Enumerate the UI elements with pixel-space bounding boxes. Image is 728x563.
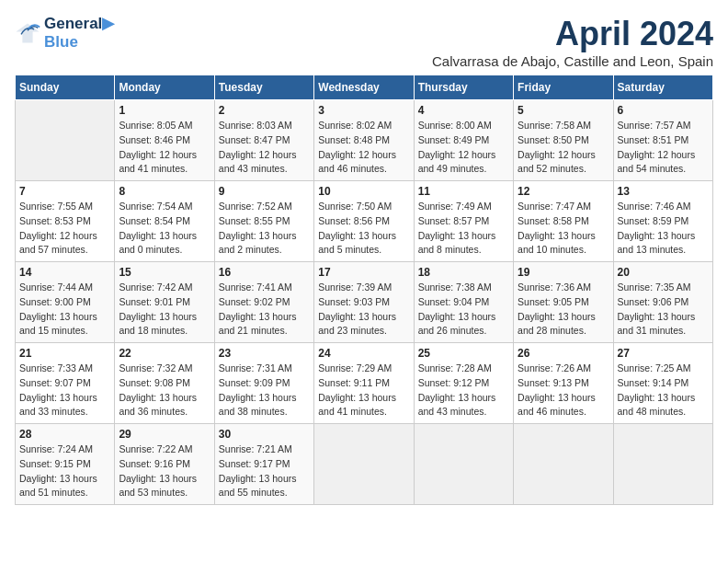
day-number: 25 [418,347,509,360]
logo: General▶ Blue [15,15,114,52]
calendar-day-cell: 2Sunrise: 8:03 AM Sunset: 8:47 PM Daylig… [214,100,313,181]
calendar-week-row: 7Sunrise: 7:55 AM Sunset: 8:53 PM Daylig… [16,181,713,262]
day-number: 16 [219,266,310,279]
day-number: 9 [219,185,310,198]
calendar-day-cell: 21Sunrise: 7:33 AM Sunset: 9:07 PM Dayli… [16,343,115,424]
calendar-day-cell: 20Sunrise: 7:35 AM Sunset: 9:06 PM Dayli… [613,262,712,343]
day-info: Sunrise: 7:26 AM Sunset: 9:13 PM Dayligh… [518,362,609,419]
calendar-day-cell: 4Sunrise: 8:00 AM Sunset: 8:49 PM Daylig… [414,100,513,181]
calendar-day-cell: 27Sunrise: 7:25 AM Sunset: 9:14 PM Dayli… [613,343,712,424]
day-number: 18 [418,266,509,279]
day-info: Sunrise: 7:36 AM Sunset: 9:05 PM Dayligh… [518,281,609,339]
calendar-day-cell: 16Sunrise: 7:41 AM Sunset: 9:02 PM Dayli… [214,262,313,343]
calendar-week-row: 14Sunrise: 7:44 AM Sunset: 9:00 PM Dayli… [16,262,713,343]
calendar-day-cell: 9Sunrise: 7:52 AM Sunset: 8:55 PM Daylig… [214,181,313,262]
calendar-table: SundayMondayTuesdayWednesdayThursdayFrid… [15,75,713,505]
day-info: Sunrise: 7:21 AM Sunset: 9:17 PM Dayligh… [219,442,310,500]
calendar-week-row: 21Sunrise: 7:33 AM Sunset: 9:07 PM Dayli… [16,343,713,424]
calendar-day-cell [414,424,513,505]
calendar-day-cell: 29Sunrise: 7:22 AM Sunset: 9:16 PM Dayli… [115,424,214,505]
day-info: Sunrise: 8:03 AM Sunset: 8:47 PM Dayligh… [219,119,310,177]
day-info: Sunrise: 8:05 AM Sunset: 8:46 PM Dayligh… [119,119,210,177]
day-number: 4 [418,104,509,117]
day-info: Sunrise: 7:46 AM Sunset: 8:59 PM Dayligh… [618,200,709,258]
day-info: Sunrise: 7:38 AM Sunset: 9:04 PM Dayligh… [418,281,509,339]
day-info: Sunrise: 7:28 AM Sunset: 9:12 PM Dayligh… [418,362,509,419]
header: General▶ Blue April 2024 Calvarrasa de A… [15,15,713,69]
day-number: 28 [19,428,110,441]
title-block: April 2024 Calvarrasa de Abajo, Castille… [432,15,713,69]
calendar-day-cell: 13Sunrise: 7:46 AM Sunset: 8:59 PM Dayli… [613,181,712,262]
calendar-day-cell: 3Sunrise: 8:02 AM Sunset: 8:48 PM Daylig… [314,100,414,181]
day-number: 12 [518,185,609,198]
calendar-day-cell: 6Sunrise: 7:57 AM Sunset: 8:51 PM Daylig… [613,100,712,181]
calendar-day-cell: 18Sunrise: 7:38 AM Sunset: 9:04 PM Dayli… [414,262,513,343]
day-info: Sunrise: 7:42 AM Sunset: 9:01 PM Dayligh… [119,281,210,339]
calendar-day-cell [514,424,613,505]
calendar-day-cell: 25Sunrise: 7:28 AM Sunset: 9:12 PM Dayli… [414,343,513,424]
day-number: 24 [318,347,409,360]
day-number: 26 [518,347,609,360]
calendar-day-cell: 26Sunrise: 7:26 AM Sunset: 9:13 PM Dayli… [514,343,613,424]
calendar-day-cell: 7Sunrise: 7:55 AM Sunset: 8:53 PM Daylig… [16,181,115,262]
day-number: 20 [618,266,709,279]
calendar-day-header: Saturday [613,75,712,100]
day-number: 5 [518,104,609,117]
day-info: Sunrise: 8:02 AM Sunset: 8:48 PM Dayligh… [318,119,409,177]
day-number: 15 [119,266,210,279]
day-info: Sunrise: 7:39 AM Sunset: 9:03 PM Dayligh… [318,281,409,339]
calendar-day-cell: 15Sunrise: 7:42 AM Sunset: 9:01 PM Dayli… [115,262,214,343]
day-info: Sunrise: 7:54 AM Sunset: 8:54 PM Dayligh… [119,200,210,258]
day-number: 6 [618,104,709,117]
calendar-title: April 2024 [432,15,713,53]
day-number: 23 [219,347,310,360]
logo-text: General▶ Blue [44,15,114,52]
calendar-day-header: Tuesday [214,75,313,100]
calendar-day-header: Sunday [16,75,115,100]
calendar-day-header: Monday [115,75,214,100]
calendar-day-cell [314,424,414,505]
day-number: 2 [219,104,310,117]
calendar-day-cell [16,100,115,181]
day-info: Sunrise: 7:22 AM Sunset: 9:16 PM Dayligh… [119,442,210,500]
calendar-day-cell: 23Sunrise: 7:31 AM Sunset: 9:09 PM Dayli… [214,343,313,424]
day-info: Sunrise: 7:44 AM Sunset: 9:00 PM Dayligh… [19,281,110,339]
day-info: Sunrise: 7:31 AM Sunset: 9:09 PM Dayligh… [219,362,310,419]
calendar-day-header: Thursday [414,75,513,100]
day-info: Sunrise: 7:35 AM Sunset: 9:06 PM Dayligh… [618,281,709,339]
day-info: Sunrise: 7:55 AM Sunset: 8:53 PM Dayligh… [19,200,110,258]
logo-bird-icon [15,20,40,46]
calendar-week-row: 1Sunrise: 8:05 AM Sunset: 8:46 PM Daylig… [16,100,713,181]
day-number: 7 [19,185,110,198]
calendar-day-cell: 12Sunrise: 7:47 AM Sunset: 8:58 PM Dayli… [514,181,613,262]
day-number: 29 [119,428,210,441]
day-info: Sunrise: 7:57 AM Sunset: 8:51 PM Dayligh… [618,119,709,177]
calendar-day-cell: 1Sunrise: 8:05 AM Sunset: 8:46 PM Daylig… [115,100,214,181]
calendar-day-header: Friday [514,75,613,100]
day-info: Sunrise: 7:32 AM Sunset: 9:08 PM Dayligh… [119,362,210,419]
day-number: 11 [418,185,509,198]
day-number: 27 [618,347,709,360]
day-info: Sunrise: 7:24 AM Sunset: 9:15 PM Dayligh… [19,442,110,500]
calendar-day-cell: 28Sunrise: 7:24 AM Sunset: 9:15 PM Dayli… [16,424,115,505]
day-info: Sunrise: 7:33 AM Sunset: 9:07 PM Dayligh… [19,362,110,419]
day-number: 8 [119,185,210,198]
day-number: 3 [318,104,409,117]
day-number: 19 [518,266,609,279]
calendar-day-cell: 30Sunrise: 7:21 AM Sunset: 9:17 PM Dayli… [214,424,313,505]
day-info: Sunrise: 8:00 AM Sunset: 8:49 PM Dayligh… [418,119,509,177]
calendar-week-row: 28Sunrise: 7:24 AM Sunset: 9:15 PM Dayli… [16,424,713,505]
calendar-day-cell: 11Sunrise: 7:49 AM Sunset: 8:57 PM Dayli… [414,181,513,262]
day-number: 21 [19,347,110,360]
calendar-day-cell: 14Sunrise: 7:44 AM Sunset: 9:00 PM Dayli… [16,262,115,343]
calendar-header-row: SundayMondayTuesdayWednesdayThursdayFrid… [16,75,713,100]
day-info: Sunrise: 7:29 AM Sunset: 9:11 PM Dayligh… [318,362,409,419]
calendar-day-cell: 5Sunrise: 7:58 AM Sunset: 8:50 PM Daylig… [514,100,613,181]
day-info: Sunrise: 7:50 AM Sunset: 8:56 PM Dayligh… [318,200,409,258]
day-number: 13 [618,185,709,198]
day-number: 1 [119,104,210,117]
calendar-day-cell: 8Sunrise: 7:54 AM Sunset: 8:54 PM Daylig… [115,181,214,262]
day-info: Sunrise: 7:49 AM Sunset: 8:57 PM Dayligh… [418,200,509,258]
day-number: 14 [19,266,110,279]
calendar-day-cell: 10Sunrise: 7:50 AM Sunset: 8:56 PM Dayli… [314,181,414,262]
